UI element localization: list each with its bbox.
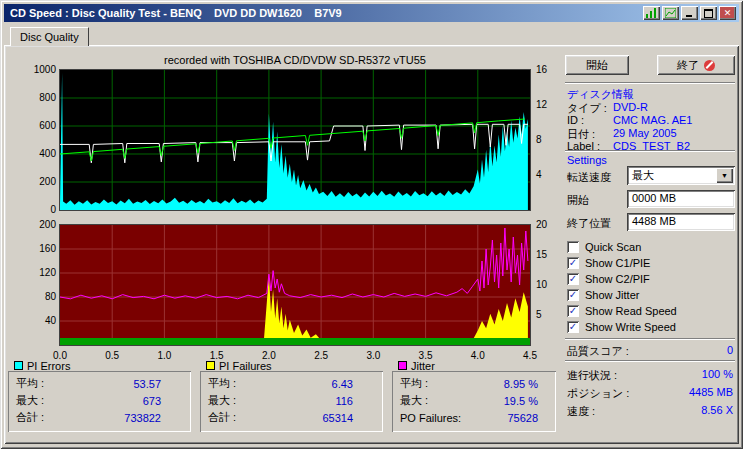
checkbox-box[interactable]: ✓ xyxy=(567,305,579,317)
transfer-speed-value: 最大 xyxy=(627,168,716,183)
axis-tick-label: 2.5 xyxy=(310,350,332,361)
axis-tick-label: 1000 xyxy=(24,64,56,75)
checkbox-box[interactable]: ✓ xyxy=(567,273,579,285)
checkbox-label: Show Jitter xyxy=(585,289,639,301)
transfer-speed-select[interactable]: 最大 ▼ xyxy=(627,166,735,185)
axis-tick-label: 12 xyxy=(536,99,547,110)
checkbox-show-c1-pie[interactable]: ✓Show C1/PIE xyxy=(567,256,650,269)
stat-value: 75628 xyxy=(507,412,538,424)
checkbox-show-c2-pif[interactable]: ✓Show C2/PIF xyxy=(567,272,650,285)
axis-tick-label: 4.5 xyxy=(519,350,541,361)
minimize-button[interactable] xyxy=(681,6,698,20)
checkbox-show-write-speed[interactable]: ✓Show Write Speed xyxy=(567,320,676,333)
position-label: ポジション : xyxy=(567,386,629,401)
stat-value: 733822 xyxy=(124,412,161,424)
tab-label: Disc Quality xyxy=(20,31,79,43)
stat-row: PO Failures:75628 xyxy=(392,409,556,426)
line-chart-icon xyxy=(665,8,676,18)
stat-value: 6.43 xyxy=(332,378,353,390)
stat-label: 最大 : xyxy=(16,393,44,408)
disc-info-header: ディスク情報 xyxy=(567,87,634,102)
exit-button-label: 終了 xyxy=(677,58,699,73)
stat-label: 合計 : xyxy=(208,410,236,425)
stat-value: 8.95 % xyxy=(504,378,538,390)
stat-value: 19.5 % xyxy=(504,395,538,407)
pi-errors-legend-label: PI Errors xyxy=(27,360,70,372)
exit-button[interactable]: 終了 xyxy=(657,55,735,75)
checkbox-label: Show C1/PIE xyxy=(585,257,650,269)
checkbox-label: Show Read Speed xyxy=(585,305,677,317)
axis-tick-label: 10 xyxy=(536,279,547,290)
checkbox-box[interactable]: ✓ xyxy=(567,321,579,333)
progress-row: 進行状況 :100 % xyxy=(567,368,733,383)
exit-red-circle-icon xyxy=(704,60,715,71)
stat-value: 53.57 xyxy=(133,378,161,390)
stat-row: 最大 :19.5 % xyxy=(392,392,556,409)
axis-tick-label: 80 xyxy=(24,291,56,302)
pi-failures-stats-box: 平均 :6.43 最大 :116 合計 :65314 xyxy=(200,371,383,432)
quality-chart-top xyxy=(59,69,531,211)
settings-header: Settings xyxy=(567,154,607,166)
maximize-button[interactable] xyxy=(700,6,717,20)
stat-label: 合計 : xyxy=(16,410,44,425)
axis-tick-label: 15 xyxy=(536,249,547,260)
checkbox-box[interactable]: ✓ xyxy=(567,289,579,301)
checkbox-box[interactable]: ✓ xyxy=(567,257,579,269)
axis-tick-label: 4.0 xyxy=(467,350,489,361)
disc-id-row: ID :CMC MAG. AE1 xyxy=(567,114,735,126)
checkbox-quick-scan[interactable]: Quick Scan xyxy=(567,240,641,253)
axis-tick-label: 3.0 xyxy=(362,350,384,361)
jitter-legend-label: Jitter xyxy=(411,360,435,372)
start-position-label: 開始 xyxy=(567,193,589,208)
pi-failures-legend: PI Failures xyxy=(206,360,272,371)
stat-row: 平均 :8.95 % xyxy=(392,375,556,392)
speed-row: 速度 :8.56 X xyxy=(567,404,733,419)
checkbox-show-read-speed[interactable]: ✓Show Read Speed xyxy=(567,304,677,317)
axis-tick-label: 0 xyxy=(24,204,56,215)
axis-tick-label: 0.5 xyxy=(101,350,123,361)
separator xyxy=(565,82,735,84)
jitter-legend: Jitter xyxy=(398,360,435,371)
close-button[interactable]: ✕ xyxy=(719,6,736,20)
graph-icon-button[interactable] xyxy=(643,6,660,20)
progress-label: 進行状況 : xyxy=(567,368,617,383)
stat-row: 平均 :53.57 xyxy=(8,375,191,392)
end-position-label: 終了位置 xyxy=(567,216,611,231)
bar-chart-icon xyxy=(646,8,657,18)
checkbox-label: Quick Scan xyxy=(585,241,641,253)
speed-label: 速度 : xyxy=(567,404,595,419)
separator xyxy=(565,338,735,340)
start-button-label: 開始 xyxy=(586,58,608,73)
window-title: CD Speed : Disc Quality Test - BENQ DVD … xyxy=(10,7,641,19)
axis-tick-label: 120 xyxy=(24,267,56,278)
axis-tick-label: 200 xyxy=(24,176,56,187)
axis-tick-label: 1.0 xyxy=(153,350,175,361)
checkbox-box[interactable] xyxy=(567,241,579,253)
chevron-down-icon[interactable]: ▼ xyxy=(716,168,733,183)
end-position-input[interactable]: 4488 MB xyxy=(627,213,735,231)
stat-value: 65314 xyxy=(322,412,353,424)
save-graph-icon-button[interactable] xyxy=(662,6,679,20)
axis-tick-label: 160 xyxy=(24,243,56,254)
stat-label: PO Failures: xyxy=(400,412,461,424)
stat-row: 平均 :6.43 xyxy=(200,375,383,392)
axis-tick-label: 40 xyxy=(24,315,56,326)
stat-label: 最大 : xyxy=(208,393,236,408)
axis-tick-label: 800 xyxy=(24,92,56,103)
separator xyxy=(565,360,735,362)
quality-chart-bottom xyxy=(59,224,531,346)
start-position-input[interactable]: 0000 MB xyxy=(627,190,735,208)
axis-tick-label: 5 xyxy=(536,309,542,320)
axis-tick-label: 4 xyxy=(536,169,542,180)
stat-row: 合計 :733822 xyxy=(8,409,191,426)
axis-tick-label: 20 xyxy=(536,219,547,230)
checkbox-show-jitter[interactable]: ✓Show Jitter xyxy=(567,288,639,301)
pi-failures-color-swatch xyxy=(206,361,215,370)
axis-tick-label: 400 xyxy=(24,148,56,159)
start-button[interactable]: 開始 xyxy=(565,55,629,75)
title-bar[interactable]: CD Speed : Disc Quality Test - BENQ DVD … xyxy=(4,4,739,22)
stat-label: 平均 : xyxy=(400,376,428,391)
tab-disc-quality[interactable]: Disc Quality xyxy=(10,27,89,46)
stat-row: 最大 :673 xyxy=(8,392,191,409)
speed-value: 8.56 X xyxy=(701,404,733,419)
